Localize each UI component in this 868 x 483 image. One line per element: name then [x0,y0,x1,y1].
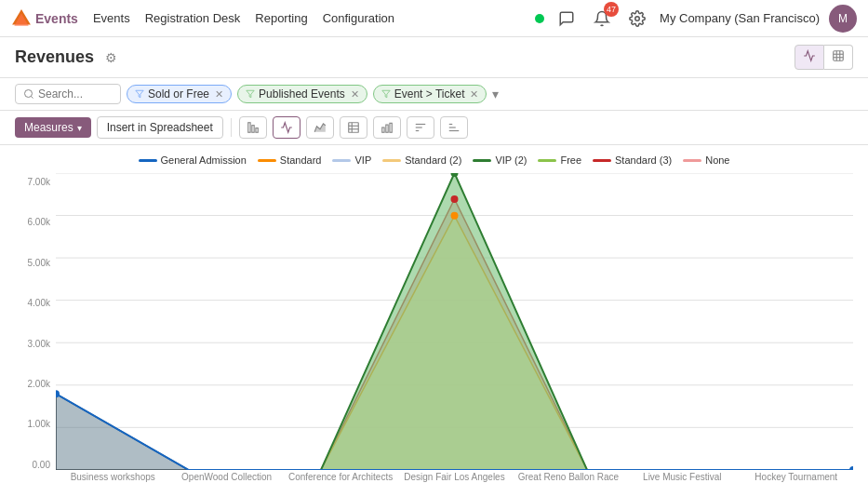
y-label-0: 0.00 [33,460,50,470]
bar-chart-button[interactable] [239,116,267,139]
top-navigation: Events Events Registration Desk Reportin… [0,0,868,37]
legend-swatch-vip2 [473,159,491,162]
sort-asc-icon [414,121,427,134]
chart-toolbar: Measures ▾ Insert in Spreadsheet [0,111,868,145]
measures-arrow-icon: ▾ [77,123,82,133]
bar-chart-icon [247,121,260,134]
user-avatar[interactable]: M [829,5,857,33]
svg-rect-15 [256,128,258,133]
legend-general-admission: General Admission [139,154,247,166]
chart-legend: General Admission Standard VIP Standard … [15,154,853,166]
online-indicator [535,14,544,23]
nav-events[interactable]: Events [93,11,130,25]
chart-svg [56,173,853,470]
top-right-actions: 47 My Company (San Francisco) M [535,5,857,33]
legend-standard3: Standard (3) [593,154,672,166]
legend-swatch-std [258,159,276,162]
svg-rect-22 [390,123,392,132]
x-label-3: Design Fair Los Angeles [397,472,511,483]
messages-button[interactable] [554,6,580,32]
settings-button[interactable] [624,6,650,32]
company-name: My Company (San Francisco) [660,11,820,25]
page-header: Revenues ⚙ [0,37,868,78]
table-chart-icon [347,121,360,134]
filter-close-sold[interactable]: ✕ [215,88,223,101]
y-label-7: 7.00k [28,177,50,187]
page-title: Revenues [15,47,94,67]
y-label-2: 2.00k [28,379,50,389]
table-chart-button[interactable] [340,116,367,139]
chart-view-button[interactable] [795,45,824,70]
dot-std2-peak [451,212,459,220]
legend-swatch-none [683,159,701,162]
x-label-1: OpenWood Collection Online Rev... [169,472,283,483]
insert-label: Insert in Spreadsheet [107,121,213,134]
filter-dropdown-arrow[interactable]: ▾ [492,87,499,101]
svg-rect-13 [248,123,250,133]
legend-standard: Standard [258,154,322,166]
area-chart-icon [314,121,327,134]
filter-close-ticket[interactable]: ✕ [470,88,478,101]
nav-links: Events Registration Desk Reporting Confi… [93,11,394,25]
notifications-button[interactable]: 47 [589,6,615,32]
svg-point-8 [25,90,33,98]
legend-vip2: VIP (2) [473,154,527,166]
y-label-1: 1.00k [28,419,50,429]
x-axis: Business workshops OpenWood Collection O… [56,470,853,483]
app-logo[interactable]: Events [11,8,78,29]
search-input[interactable] [38,87,113,101]
notification-badge: 47 [604,2,619,17]
area-chart-button[interactable] [306,116,334,139]
app-name: Events [35,11,78,26]
chart-plot-area: Business workshops OpenWood Collection O… [56,173,853,483]
nav-registration[interactable]: Registration Desk [145,11,241,25]
svg-rect-14 [252,126,254,133]
y-label-3: 3.00k [28,339,50,349]
measures-button[interactable]: Measures ▾ [15,117,91,138]
x-label-4: Great Reno Ballon Race [512,472,625,483]
legend-swatch-std2 [382,159,401,162]
nav-configuration[interactable]: Configuration [323,11,394,25]
svg-marker-11 [247,90,254,98]
area-vip2 [189,173,853,470]
page-settings-icon[interactable]: ⚙ [105,50,117,65]
legend-label-std3: Standard (3) [615,154,672,166]
y-label-6: 6.00k [28,217,50,227]
y-label-5: 5.00k [28,258,50,268]
legend-swatch-ga [139,159,157,162]
measures-label: Measures [24,121,73,134]
line-chart-button[interactable] [273,116,300,139]
legend-label-free: Free [560,154,581,166]
insert-spreadsheet-button[interactable]: Insert in Spreadsheet [97,116,223,139]
svg-marker-10 [136,90,143,98]
nav-reporting[interactable]: Reporting [255,11,307,25]
filter-icon [135,89,144,99]
legend-label-ga: General Admission [161,154,247,166]
filter-tag-sold-or-free: Sold or Free ✕ [127,85,232,103]
sort-desc-icon [447,121,461,134]
y-axis: 7.00k 6.00k 5.00k 4.00k 3.00k 2.00k 1.00… [15,173,56,483]
filter-tag-label-2: Published Events [259,87,345,101]
x-label-5: Live Music Festival [625,472,739,483]
filter-close-published[interactable]: ✕ [351,88,359,101]
svg-point-2 [635,16,640,20]
filter-bar: Sold or Free ✕ Published Events ✕ Event … [0,78,868,111]
svg-rect-20 [382,127,384,132]
svg-rect-3 [834,51,844,61]
column-chart-icon [381,121,394,134]
legend-label-vip2: VIP (2) [495,154,527,166]
filter-tag-label-3: Event > Ticket [394,87,465,101]
table-view-button[interactable] [824,45,853,70]
filter-tag-label: Sold or Free [148,87,209,101]
legend-vip: VIP [332,154,371,166]
dot-std3-peak [451,195,459,203]
sort-desc-button[interactable] [440,116,468,139]
search-wrapper[interactable] [15,84,121,104]
sort-asc-button[interactable] [407,116,434,139]
filter-icon-2 [246,89,255,99]
column-chart-button[interactable] [373,116,401,139]
chart-container: General Admission Standard VIP Standard … [0,145,868,483]
legend-swatch-vip [332,159,351,162]
filter-tag-ticket: Event > Ticket ✕ [373,85,487,103]
legend-standard2: Standard (2) [382,154,461,166]
